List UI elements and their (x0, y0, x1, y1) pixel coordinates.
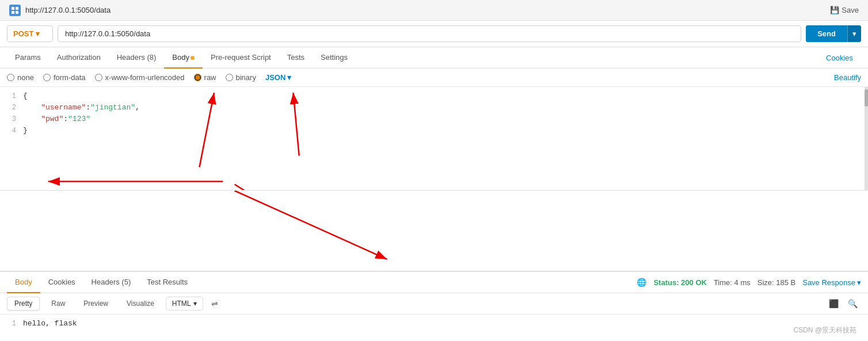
response-format-bar: Pretty Raw Preview Visualize HTML ▾ ⇌ ⬛ … (0, 293, 868, 315)
title-bar-left: http://127.0.0.1:5050/data (9, 5, 111, 16)
title-bar: http://127.0.0.1:5050/data 💾 Save (0, 0, 868, 21)
url-bar: POST ▾ Send ▾ (0, 21, 868, 47)
body-dot (191, 56, 195, 60)
editor-scrollbar[interactable] (865, 87, 868, 190)
tab-cookies-right[interactable]: Cookies (818, 48, 861, 69)
tab-headers[interactable]: Headers (8) (109, 47, 165, 69)
save-response-button[interactable]: Save Response ▾ (802, 278, 861, 287)
send-button-group: Send ▾ (806, 25, 861, 42)
editor-empty-area (0, 191, 868, 271)
save-response-dropdown-icon: ▾ (857, 278, 861, 287)
line-content-3: "pwd":"123" (23, 115, 868, 123)
tab-pre-request[interactable]: Pre-request Script (203, 47, 279, 69)
url-input[interactable] (58, 25, 801, 42)
scrollbar-thumb[interactable] (865, 89, 868, 107)
send-dropdown-button[interactable]: ▾ (847, 25, 861, 42)
format-selector[interactable]: JSON ▾ (265, 73, 291, 82)
tab-tests[interactable]: Tests (279, 47, 313, 69)
format-pretty[interactable]: Pretty (7, 297, 40, 310)
title-save-button[interactable]: 💾 Save (830, 6, 859, 14)
response-tabs: Body Cookies Headers (5) Test Results 🌐 … (0, 271, 868, 293)
copy-response-button[interactable]: ⬛ (825, 297, 842, 310)
line-number-1: 1 (0, 92, 23, 100)
format-label: JSON (265, 73, 285, 82)
tab-params[interactable]: Params (7, 47, 49, 69)
code-line-1: 1 { (0, 92, 868, 103)
request-tabs: Params Authorization Headers (8) Body Pr… (0, 47, 868, 69)
code-line-3: 3 "pwd":"123" (0, 115, 868, 126)
method-dropdown-icon: ▾ (36, 29, 40, 38)
body-type-bar: none form-data x-www-form-urlencoded raw… (0, 69, 868, 87)
tab-authorization[interactable]: Authorization (49, 47, 109, 69)
response-size: Size: 185 B (757, 278, 796, 287)
svg-line-8 (235, 184, 399, 190)
right-tabs: Cookies (818, 54, 861, 62)
wrap-text-button[interactable]: ⇌ (208, 297, 222, 310)
format-dropdown-icon: ▾ (287, 73, 291, 82)
response-format-select[interactable]: HTML ▾ (166, 297, 203, 310)
code-line-4: 4 } (0, 126, 868, 138)
search-response-button[interactable]: 🔍 (844, 297, 861, 310)
method-label: POST (13, 29, 33, 38)
line-content-4: } (23, 126, 868, 135)
resp-tab-headers[interactable]: Headers (5) (83, 272, 139, 293)
body-type-none[interactable]: none (7, 73, 34, 82)
code-line-2: 2 "username":"jingtian", (0, 103, 868, 115)
line-content-2: "username":"jingtian", (23, 103, 868, 112)
tab-settings[interactable]: Settings (313, 47, 356, 69)
method-select[interactable]: POST ▾ (7, 25, 53, 42)
beautify-button[interactable]: Beautify (834, 73, 861, 82)
send-button[interactable]: Send (806, 25, 847, 42)
resp-line-number-1: 1 (0, 320, 23, 328)
body-type-formdata[interactable]: form-data (43, 73, 86, 82)
svg-rect-3 (16, 11, 18, 14)
tab-body[interactable]: Body (164, 47, 203, 69)
resp-tab-cookies[interactable]: Cookies (40, 272, 83, 293)
app-icon (9, 5, 21, 16)
resp-line-1: 1 hello, flask (0, 319, 868, 331)
svg-line-10 (235, 191, 387, 259)
line-content-1: { (23, 92, 868, 100)
format-select-dropdown-icon: ▾ (193, 300, 197, 308)
watermark: CSDN @景天科技苑 (793, 325, 856, 335)
format-visualize[interactable]: Visualize (120, 297, 161, 310)
format-preview[interactable]: Preview (77, 297, 115, 310)
response-section: Body Cookies Headers (5) Test Results 🌐 … (0, 271, 868, 335)
globe-icon: 🌐 (637, 278, 646, 287)
code-editor[interactable]: 1 { 2 "username":"jingtian", 3 "pwd":"12… (0, 87, 868, 191)
body-type-raw[interactable]: raw (194, 73, 216, 82)
status-ok: Status: 200 OK (653, 278, 706, 287)
body-type-urlencoded[interactable]: x-www-form-urlencoded (95, 73, 185, 82)
svg-rect-1 (16, 7, 18, 10)
resp-line-content-1: hello, flask (23, 319, 868, 328)
line-number-4: 4 (0, 127, 23, 135)
resp-tab-body[interactable]: Body (7, 272, 40, 293)
svg-rect-0 (12, 7, 14, 10)
save-icon: 💾 (830, 6, 839, 14)
response-status-bar: 🌐 Status: 200 OK Time: 4 ms Size: 185 B … (637, 278, 861, 287)
code-editor-wrap: 1 { 2 "username":"jingtian", 3 "pwd":"12… (0, 87, 868, 271)
response-action-icons: ⬛ 🔍 (825, 297, 861, 310)
resp-tab-test-results[interactable]: Test Results (139, 272, 196, 293)
window-title: http://127.0.0.1:5050/data (25, 6, 111, 14)
response-body: 1 hello, flask (0, 315, 868, 335)
body-type-binary[interactable]: binary (226, 73, 256, 82)
arrow-continuation (0, 191, 868, 271)
format-raw[interactable]: Raw (44, 297, 72, 310)
line-number-3: 3 (0, 115, 23, 123)
line-number-2: 2 (0, 104, 23, 112)
response-time: Time: 4 ms (714, 278, 751, 287)
svg-rect-2 (12, 11, 14, 14)
